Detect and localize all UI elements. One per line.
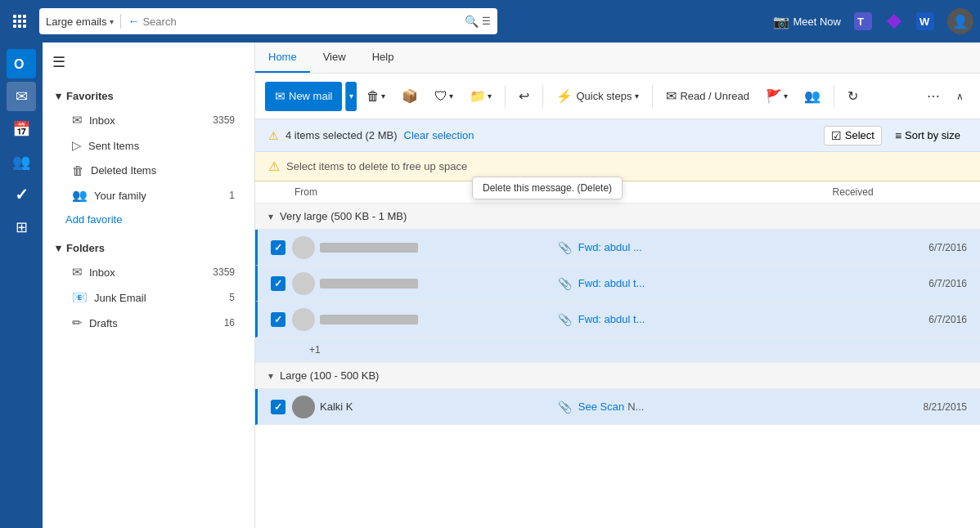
sender-name-kalki: Kalki K — [320, 400, 353, 413]
favorites-header[interactable]: ▾ Favorites — [43, 85, 254, 107]
select-checkbox-icon: ☑ — [831, 129, 842, 142]
delete-button[interactable]: 🗑 ▾ — [360, 82, 392, 111]
sidebar-item-inbox[interactable]: ✉ Inbox 3359 — [49, 260, 248, 284]
shield-icon: 🛡 — [434, 89, 447, 104]
new-mail-dropdown[interactable]: ▾ — [345, 82, 357, 111]
subject-2: Fwd: abdul t... — [578, 277, 838, 289]
collapse-ribbon-button[interactable]: ∧ — [950, 82, 970, 111]
group-chevron-icon: ▾ — [268, 211, 273, 222]
sort-button[interactable]: ≡ Sort by size — [888, 127, 967, 145]
collapse-icon: ∧ — [956, 91, 964, 102]
table-row[interactable]: ✓ 📎 Fwd: abdul t... 6/7/2016 — [255, 266, 980, 302]
plus-one-row: +1 — [255, 338, 980, 363]
email-checkbox-kalki[interactable]: ✓ — [271, 400, 285, 414]
sidebar-item-inbox-fav[interactable]: ✉ Inbox 3359 — [49, 108, 248, 132]
ribbon-sep-1 — [505, 85, 506, 108]
tab-view[interactable]: View — [310, 43, 359, 73]
delete-chevron-icon: ▾ — [381, 92, 385, 101]
sidebar-item-drafts[interactable]: ✏ Drafts 16 — [49, 311, 248, 335]
email-checkbox-1[interactable]: ✓ — [271, 240, 285, 255]
person-icon: 👤 — [952, 14, 969, 29]
selection-info: 4 items selected (2 MB) — [285, 129, 398, 141]
email-checkbox-3[interactable]: ✓ — [271, 312, 285, 327]
folders-chevron-icon: ▾ — [56, 242, 61, 254]
todo-nav-icon[interactable]: ✓ — [7, 180, 36, 209]
group-header-large[interactable]: ▾ Large (100 - 500 KB) — [255, 363, 980, 389]
avatar-1 — [292, 236, 315, 259]
main-layout: O ✉ 📅 👥 ✓ ⊞ ☰ ▾ Favorites ✉ Inbox 3359 ▷… — [0, 43, 980, 528]
add-favorite-button[interactable]: Add favorite — [43, 208, 254, 230]
attachment-icon-1: 📎 — [558, 241, 572, 254]
search-icon[interactable]: 🔍 — [465, 15, 479, 28]
attachment-icon-kalki: 📎 — [558, 400, 572, 414]
protect-button[interactable]: 🛡 ▾ — [428, 82, 460, 111]
svg-text:T: T — [857, 16, 864, 28]
word-icon[interactable]: W — [916, 12, 934, 30]
camera-icon: 📷 — [773, 14, 789, 29]
email-checkbox-2[interactable]: ✓ — [271, 276, 285, 291]
undo-button[interactable]: ↩ — [512, 82, 536, 111]
warning-triangle-icon: ⚠ — [268, 129, 279, 142]
new-mail-button[interactable]: ✉ New mail — [265, 82, 342, 111]
search-input[interactable] — [142, 16, 461, 28]
quick-steps-chevron-icon: ▾ — [635, 92, 639, 101]
folders-header[interactable]: ▾ Folders — [43, 237, 254, 259]
top-bar: Large emails ▾ ← 🔍 ☰ 📷 Meet Now T W 👤 — [0, 0, 980, 43]
flag-chevron-icon: ▾ — [784, 92, 788, 101]
sender-name-3 — [320, 315, 418, 324]
flag-button[interactable]: 🚩 ▾ — [759, 82, 794, 111]
more-button[interactable]: ⋯ — [920, 82, 946, 111]
tooltip: Delete this message. (Delete) — [472, 177, 623, 199]
tab-help[interactable]: Help — [359, 43, 407, 73]
diamond-icon[interactable] — [885, 12, 903, 30]
sidebar-item-junk[interactable]: 📧 Junk Email 5 — [49, 285, 248, 310]
attachment-icon-3: 📎 — [558, 313, 572, 326]
archive-button[interactable]: 📦 — [395, 82, 425, 111]
undo-icon: ↩ — [519, 88, 529, 104]
teams-icon[interactable]: T — [854, 12, 872, 30]
move-button[interactable]: 📁 ▾ — [463, 82, 498, 111]
family-fav-icon: 👥 — [72, 188, 88, 203]
back-icon[interactable]: ← — [128, 15, 139, 28]
quick-steps-button[interactable]: ⚡ Quick steps ▾ — [550, 82, 645, 111]
filter-chevron-icon[interactable]: ▾ — [110, 17, 114, 26]
sidebar-item-family-fav[interactable]: 👥 Your family 1 — [49, 183, 248, 208]
new-mail-chevron-icon: ▾ — [349, 92, 353, 101]
sidebar-item-deleted-fav[interactable]: 🗑 Deleted Items — [49, 159, 248, 182]
people-button[interactable]: 👥 — [798, 82, 827, 111]
outlook-icon[interactable]: O — [7, 49, 36, 78]
tab-home[interactable]: Home — [255, 43, 310, 73]
sender-block-2 — [292, 272, 551, 295]
sidebar-item-sent-fav[interactable]: ▷ Sent Items — [49, 133, 248, 158]
apps-nav-icon[interactable]: ⊞ — [7, 213, 36, 242]
svg-text:O: O — [14, 57, 24, 71]
ribbon-sep-3 — [652, 85, 653, 108]
move-chevron-icon: ▾ — [488, 92, 492, 101]
redo-icon: ↻ — [847, 88, 858, 104]
table-row[interactable]: ✓ 📎 Fwd: abdul t... 6/7/2016 — [255, 302, 980, 338]
group-header-very-large[interactable]: ▾ Very large (500 KB - 1 MB) — [255, 204, 980, 230]
people-nav-icon[interactable]: 👥 — [7, 147, 36, 177]
redo-button[interactable]: ↻ — [841, 82, 865, 111]
ribbon-sep-2 — [542, 85, 543, 108]
sender-block-3 — [292, 308, 551, 331]
ribbon: ✉ New mail ▾ 🗑 ▾ 📦 🛡 ▾ 📁 ▾ — [255, 74, 980, 119]
filter-options-icon[interactable]: ☰ — [482, 16, 491, 27]
filter-label: Large emails — [46, 16, 106, 28]
waffle-icon[interactable] — [7, 8, 33, 34]
meet-now-button[interactable]: 📷 Meet Now — [773, 14, 841, 29]
sender-name-1 — [320, 243, 418, 253]
read-unread-button[interactable]: ✉ Read / Unread — [659, 82, 756, 111]
table-row[interactable]: ✓ 📎 Fwd: abdul ... 6/7/2016 — [255, 230, 980, 266]
mail-nav-icon[interactable]: ✉ — [7, 82, 36, 111]
avatar[interactable]: 👤 — [947, 8, 973, 34]
avatar-3 — [292, 308, 315, 331]
table-row[interactable]: ✓ Kalki K 📎 See Scan N... 8/21/2015 — [255, 389, 980, 425]
clear-selection-button[interactable]: Clear selection — [404, 129, 474, 141]
calendar-nav-icon[interactable]: 📅 — [7, 114, 36, 144]
select-button[interactable]: ☑ Select — [824, 126, 882, 145]
hamburger-icon[interactable]: ☰ — [52, 53, 65, 71]
new-mail-icon: ✉ — [275, 89, 285, 104]
attachment-icon-2: 📎 — [558, 277, 572, 290]
read-unread-envelope-icon: ✉ — [666, 88, 677, 104]
